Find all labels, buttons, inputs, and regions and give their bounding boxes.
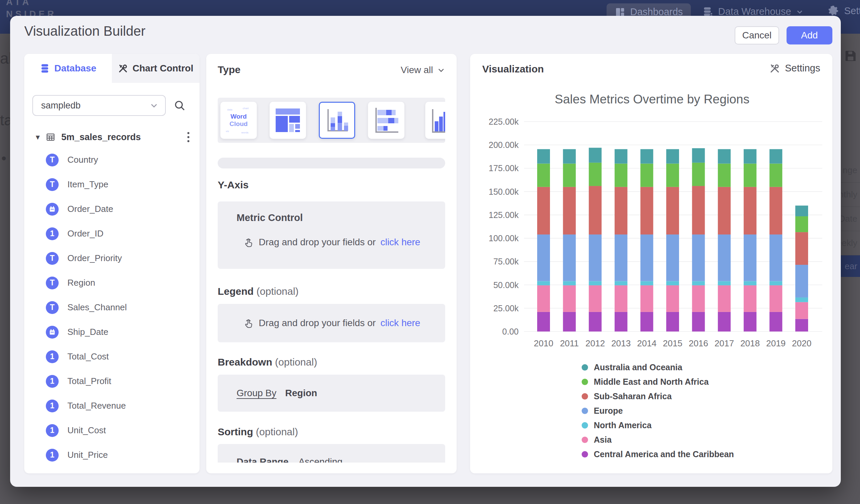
database-icon	[40, 63, 50, 73]
field-item[interactable]: Ship_Date	[24, 320, 200, 344]
bar-segment	[769, 312, 782, 332]
legend-item[interactable]: North America	[582, 420, 734, 430]
field-item[interactable]: 1Total_Cost	[24, 344, 200, 369]
bar-segment	[640, 234, 653, 281]
field-item[interactable]: 1Unit_Price	[24, 443, 200, 467]
bar-segment	[718, 285, 731, 312]
table-name: 5m_sales_records	[61, 132, 141, 143]
breakdown-card[interactable]: Group By Region	[218, 375, 445, 412]
bar-segment	[718, 187, 731, 234]
legend-dot-icon	[582, 364, 588, 371]
legend-dropzone[interactable]: Drag and drop your fields or click here	[218, 304, 445, 342]
field-item[interactable]: 1Unit_Cost	[24, 418, 200, 443]
bar-segment	[589, 285, 602, 312]
bar-segment	[769, 285, 782, 312]
drop-text: Drag and drop your fields or	[259, 237, 376, 248]
date-field-icon	[46, 203, 59, 216]
legend-item[interactable]: Middle East and North Africa	[582, 377, 734, 387]
field-item[interactable]: TRegion	[24, 271, 200, 295]
tools-icon	[118, 63, 128, 73]
caret-down-icon[interactable]: ▾	[36, 132, 40, 142]
field-label: Unit_Price	[67, 450, 108, 460]
bar-segment	[589, 163, 602, 186]
legend-dot-icon	[582, 422, 588, 429]
chart-type-scrollbar[interactable]	[218, 158, 445, 169]
chart-type-histogram[interactable]	[425, 102, 445, 139]
bar-segment	[744, 312, 757, 332]
screen: ATA NSIDER Dashboards Data Warehouse	[0, 0, 860, 504]
click-here-link[interactable]: click here	[381, 237, 420, 248]
chart-type-stacked-bar[interactable]	[368, 102, 404, 139]
cancel-button[interactable]: Cancel	[735, 26, 779, 44]
database-select[interactable]: sampledb	[32, 95, 166, 116]
bar-segment	[563, 164, 576, 187]
tab-database-label: Database	[54, 63, 96, 74]
modal-title: Visualization Builder	[24, 24, 145, 39]
field-item[interactable]: 1Total_Profit	[24, 369, 200, 393]
calendar-icon	[48, 329, 56, 336]
field-item[interactable]: TOrder_Priority	[24, 246, 200, 271]
svg-text:data: data	[227, 108, 232, 111]
bar-segment	[563, 234, 576, 281]
field-item[interactable]: 1Order_ID	[24, 221, 200, 246]
sorting-direction: Ascending	[299, 457, 343, 463]
bar-segment	[589, 234, 602, 281]
y-tick-label: 75.00k	[493, 257, 519, 266]
bar-segment	[537, 149, 550, 164]
legend-item[interactable]: Central America and the Caribbean	[582, 449, 734, 459]
kebab-menu-icon[interactable]	[187, 132, 189, 142]
field-item[interactable]: 1Total_Revenue	[24, 393, 200, 418]
svg-text:viz: viz	[226, 130, 229, 133]
bar-segment	[615, 164, 628, 187]
panel-tabs: Database Chart Control	[24, 54, 200, 83]
bar-segment	[666, 187, 679, 234]
number-field-icon: 1	[46, 375, 59, 388]
field-label: Sales_Channel	[67, 302, 127, 313]
x-tick-label: 2018	[740, 338, 760, 348]
search-icon[interactable]	[174, 100, 185, 111]
bar-segment	[563, 281, 576, 285]
tab-database[interactable]: Database	[24, 54, 112, 83]
sorting-card[interactable]: Data Range Ascending	[218, 444, 445, 463]
legend-item[interactable]: Europe	[582, 406, 734, 416]
chart-type-treemap[interactable]	[270, 102, 306, 139]
text-field-icon: T	[46, 154, 59, 167]
add-button[interactable]: Add	[787, 26, 832, 44]
legend-item[interactable]: Australia and Oceania	[582, 362, 734, 372]
bar-segment	[692, 312, 705, 332]
view-all-dropdown[interactable]: View all	[401, 65, 445, 75]
x-tick-label: 2017	[714, 338, 734, 348]
field-item[interactable]: TCountry	[24, 147, 200, 172]
legend-dot-icon	[582, 379, 588, 385]
metric-control-dropzone[interactable]: Metric Control Drag and drop your fields…	[218, 201, 445, 269]
metric-control-label: Metric Control	[236, 212, 303, 224]
visualization-heading: Visualization	[482, 63, 544, 75]
legend-item[interactable]: Sub-Saharan Africa	[582, 391, 734, 401]
chart-type-stacked-column[interactable]	[319, 102, 355, 139]
legend-label: Asia	[594, 435, 612, 445]
bar-segment	[692, 148, 705, 163]
bar-segment	[744, 281, 757, 285]
bar-segment	[769, 187, 782, 234]
nav-settings[interactable]: Settings	[827, 5, 860, 17]
bar-segment	[666, 281, 679, 285]
gear-icon	[827, 5, 840, 17]
legend-item[interactable]: Asia	[582, 435, 734, 445]
background-bullet: •	[1, 150, 6, 167]
y-tick-label: 0.00	[502, 327, 519, 336]
group-by-label[interactable]: Group By	[236, 388, 276, 399]
field-item[interactable]: TSales_Channel	[24, 295, 200, 320]
tab-chart-control[interactable]: Chart Control	[112, 54, 200, 83]
chart-type-word-cloud[interactable]: WordClouddatachartvizwords	[220, 102, 257, 139]
click-here-link[interactable]: click here	[381, 318, 420, 329]
field-item[interactable]: Order_Date	[24, 197, 200, 221]
y-tick-label: 100.00k	[489, 233, 519, 243]
y-tick-label: 225.00k	[489, 117, 519, 126]
bar-segment	[718, 234, 731, 281]
bar-segment	[537, 164, 550, 187]
field-item[interactable]: TItem_Type	[24, 172, 200, 197]
y-tick-label: 200.00k	[489, 140, 519, 149]
chart-legend: Australia and OceaniaMiddle East and Nor…	[582, 362, 734, 464]
visualization-settings-button[interactable]: Settings	[769, 63, 820, 74]
bar-segment	[718, 312, 731, 332]
